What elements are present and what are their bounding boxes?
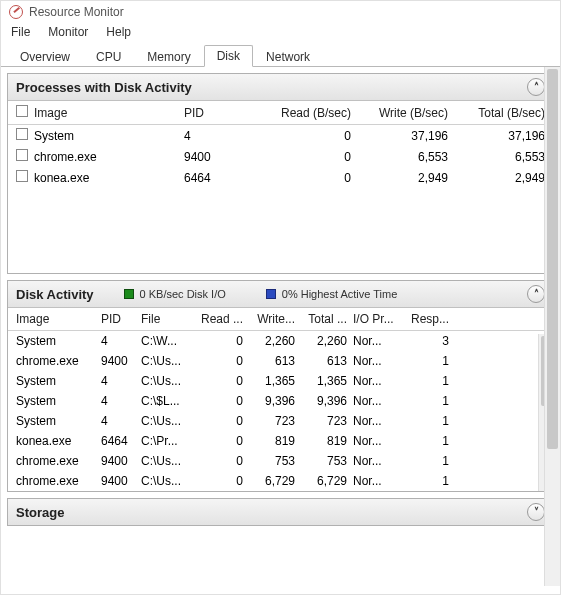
processes-columns[interactable]: Image PID Read (B/sec) Write (B/sec) Tot… bbox=[8, 101, 553, 125]
disk-activity-row[interactable]: System4C:\Us...01,3651,365Nor...1 bbox=[8, 371, 538, 391]
collapse-button[interactable]: ˄ bbox=[527, 285, 545, 303]
cell-read: 0 bbox=[254, 171, 351, 185]
disk-activity-row[interactable]: chrome.exe9400C:\Us...06,7296,729Nor...1 bbox=[8, 471, 538, 491]
col-total[interactable]: Total (B/sec) bbox=[448, 106, 545, 120]
collapse-button[interactable]: ˄ bbox=[527, 78, 545, 96]
disk-activity-row[interactable]: System4C:\W...02,2602,260Nor...3 bbox=[8, 331, 538, 351]
cell-pid: 9400 bbox=[101, 454, 141, 468]
disk-activity-header[interactable]: Disk Activity 0 KB/sec Disk I/O 0% Highe… bbox=[8, 281, 553, 308]
cell-write: 723 bbox=[243, 414, 295, 428]
disk-activity-row[interactable]: chrome.exe9400C:\Us...0613613Nor...1 bbox=[8, 351, 538, 371]
menu-file[interactable]: File bbox=[11, 25, 30, 39]
disk-activity-row[interactable]: System4C:\Us...0723723Nor...1 bbox=[8, 411, 538, 431]
processes-panel-header[interactable]: Processes with Disk Activity ˄ bbox=[8, 74, 553, 101]
tab-network[interactable]: Network bbox=[253, 46, 323, 67]
col-read[interactable]: Read (B/sec) bbox=[254, 106, 351, 120]
tab-cpu[interactable]: CPU bbox=[83, 46, 134, 67]
scroll-thumb[interactable] bbox=[547, 69, 558, 449]
cell-pid: 9400 bbox=[101, 354, 141, 368]
blue-swatch-icon bbox=[266, 289, 276, 299]
outer-scrollbar[interactable] bbox=[544, 67, 560, 586]
processes-panel-title: Processes with Disk Activity bbox=[16, 80, 192, 95]
tab-disk[interactable]: Disk bbox=[204, 45, 253, 67]
process-row[interactable]: chrome.exe940006,5536,553 bbox=[8, 146, 553, 167]
cell-file: C:\Us... bbox=[141, 354, 191, 368]
col-iopr[interactable]: I/O Pr... bbox=[347, 312, 397, 326]
expand-button[interactable]: ˅ bbox=[527, 503, 545, 521]
cell-pid: 6464 bbox=[101, 434, 141, 448]
cell-image: chrome.exe bbox=[16, 454, 101, 468]
row-checkbox[interactable] bbox=[16, 170, 28, 182]
disk-activity-columns[interactable]: Image PID File Read ... Write... Total .… bbox=[8, 308, 553, 331]
col-pid[interactable]: PID bbox=[184, 106, 254, 120]
cell-resp: 1 bbox=[397, 394, 449, 408]
col-resp[interactable]: Resp... bbox=[397, 312, 449, 326]
col-image[interactable]: Image bbox=[34, 106, 184, 120]
cell-write: 613 bbox=[243, 354, 295, 368]
disk-activity-row[interactable]: chrome.exe9400C:\Us...0753753Nor...1 bbox=[8, 451, 538, 471]
cell-write: 1,365 bbox=[243, 374, 295, 388]
cell-pid: 4 bbox=[101, 374, 141, 388]
col-write[interactable]: Write... bbox=[243, 312, 295, 326]
cell-write: 37,196 bbox=[351, 129, 448, 143]
disk-activity-row[interactable]: System4C:\$L...09,3969,396Nor...1 bbox=[8, 391, 538, 411]
cell-iopr: Nor... bbox=[347, 374, 397, 388]
cell-image: chrome.exe bbox=[34, 150, 184, 164]
chevron-up-icon: ˄ bbox=[534, 82, 539, 92]
cell-write: 2,949 bbox=[351, 171, 448, 185]
cell-resp: 1 bbox=[397, 454, 449, 468]
cell-resp: 3 bbox=[397, 334, 449, 348]
process-row[interactable]: konea.exe646402,9492,949 bbox=[8, 167, 553, 188]
cell-pid: 4 bbox=[101, 414, 141, 428]
cell-image: System bbox=[16, 394, 101, 408]
cell-total: 9,396 bbox=[295, 394, 347, 408]
chevron-down-icon: ˅ bbox=[534, 507, 539, 517]
row-checkbox[interactable] bbox=[16, 149, 28, 161]
cell-resp: 1 bbox=[397, 434, 449, 448]
cell-read: 0 bbox=[191, 434, 243, 448]
cell-total: 2,260 bbox=[295, 334, 347, 348]
tab-memory[interactable]: Memory bbox=[134, 46, 203, 67]
cell-write: 6,729 bbox=[243, 474, 295, 488]
cell-resp: 1 bbox=[397, 414, 449, 428]
disk-activity-row[interactable]: konea.exe6464C:\Pr...0819819Nor...1 bbox=[8, 431, 538, 451]
cell-read: 0 bbox=[191, 474, 243, 488]
cell-file: C:\W... bbox=[141, 334, 191, 348]
cell-pid: 4 bbox=[101, 394, 141, 408]
cell-pid: 9400 bbox=[184, 150, 254, 164]
row-checkbox[interactable] bbox=[16, 128, 28, 140]
cell-write: 819 bbox=[243, 434, 295, 448]
processes-panel-body: Image PID Read (B/sec) Write (B/sec) Tot… bbox=[8, 101, 553, 273]
cell-read: 0 bbox=[191, 374, 243, 388]
col-pid[interactable]: PID bbox=[101, 312, 141, 326]
cell-pid: 4 bbox=[101, 334, 141, 348]
cell-read: 0 bbox=[191, 334, 243, 348]
col-write[interactable]: Write (B/sec) bbox=[351, 106, 448, 120]
storage-panel-header[interactable]: Storage ˅ bbox=[8, 499, 553, 525]
cell-file: C:\Us... bbox=[141, 454, 191, 468]
checkbox-all[interactable] bbox=[16, 105, 28, 117]
cell-iopr: Nor... bbox=[347, 434, 397, 448]
cell-file: C:\Us... bbox=[141, 414, 191, 428]
cell-read: 0 bbox=[191, 394, 243, 408]
green-swatch-icon bbox=[124, 289, 134, 299]
col-file[interactable]: File bbox=[141, 312, 191, 326]
cell-image: System bbox=[16, 414, 101, 428]
col-image[interactable]: Image bbox=[16, 312, 101, 326]
cell-file: C:\Us... bbox=[141, 474, 191, 488]
cell-resp: 1 bbox=[397, 374, 449, 388]
col-read[interactable]: Read ... bbox=[191, 312, 243, 326]
cell-read: 0 bbox=[254, 129, 351, 143]
menu-monitor[interactable]: Monitor bbox=[48, 25, 88, 39]
process-row[interactable]: System4037,19637,196 bbox=[8, 125, 553, 146]
cell-iopr: Nor... bbox=[347, 454, 397, 468]
menu-help[interactable]: Help bbox=[106, 25, 131, 39]
cell-total: 613 bbox=[295, 354, 347, 368]
processes-panel: Processes with Disk Activity ˄ Image PID… bbox=[7, 73, 554, 274]
cell-total: 753 bbox=[295, 454, 347, 468]
cell-read: 0 bbox=[191, 354, 243, 368]
content-area: Processes with Disk Activity ˄ Image PID… bbox=[1, 67, 560, 586]
col-total[interactable]: Total ... bbox=[295, 312, 347, 326]
cell-total: 2,949 bbox=[448, 171, 545, 185]
tab-overview[interactable]: Overview bbox=[7, 46, 83, 67]
